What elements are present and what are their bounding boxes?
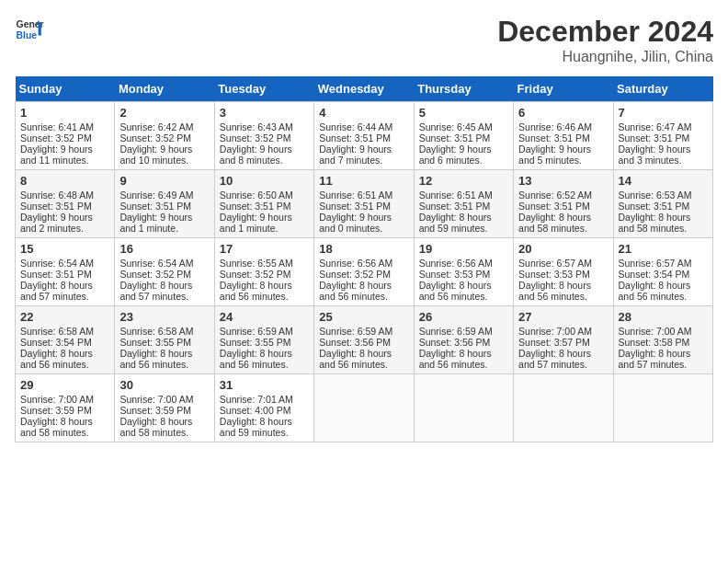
day-info-line: and 1 minute. (220, 223, 309, 234)
day-info-line: Daylight: 9 hours (220, 212, 309, 223)
day-info-line: Sunset: 3:51 PM (20, 269, 109, 280)
day-info-line: Daylight: 9 hours (319, 144, 408, 155)
day-number: 19 (419, 242, 508, 256)
calendar-cell: 1Sunrise: 6:41 AMSunset: 3:52 PMDaylight… (16, 102, 115, 170)
calendar-cell: 27Sunrise: 7:00 AMSunset: 3:57 PMDayligh… (514, 306, 613, 374)
weekday-header-saturday: Saturday (613, 76, 712, 102)
day-info-line: and 11 minutes. (20, 155, 109, 166)
day-info-line: and 56 minutes. (319, 291, 408, 302)
calendar-cell: 18Sunrise: 6:56 AMSunset: 3:52 PMDayligh… (314, 238, 414, 306)
day-info-line: Sunset: 3:51 PM (220, 201, 309, 212)
day-info-line: Sunrise: 6:59 AM (319, 326, 408, 337)
day-info-line: and 10 minutes. (119, 155, 209, 166)
day-info-line: Daylight: 8 hours (619, 348, 708, 359)
day-info-line: and 56 minutes. (20, 359, 109, 370)
day-number: 15 (20, 242, 109, 256)
day-info-line: and 56 minutes. (220, 359, 309, 370)
weekday-header-sunday: Sunday (16, 76, 115, 102)
calendar-cell (514, 374, 613, 442)
day-info-line: Daylight: 9 hours (419, 144, 508, 155)
day-info-line: Daylight: 9 hours (319, 212, 408, 223)
weekday-header-wednesday: Wednesday (314, 76, 414, 102)
day-info-line: Sunset: 3:53 PM (518, 269, 608, 280)
day-info-line: and 6 minutes. (419, 155, 508, 166)
day-info-line: Sunrise: 6:55 AM (220, 258, 309, 269)
calendar-cell (314, 374, 414, 442)
day-number: 20 (518, 242, 608, 256)
day-info-line: Sunset: 3:51 PM (518, 201, 608, 212)
day-number: 4 (319, 106, 408, 120)
calendar-cell (613, 374, 712, 442)
day-info-line: Sunset: 4:00 PM (220, 405, 309, 416)
day-info-line: Sunrise: 6:45 AM (419, 121, 508, 132)
day-info-line: Sunrise: 7:00 AM (119, 394, 209, 405)
day-info-line: Sunrise: 6:46 AM (518, 121, 608, 132)
day-info-line: Sunrise: 7:00 AM (619, 326, 708, 337)
calendar-cell: 23Sunrise: 6:58 AMSunset: 3:55 PMDayligh… (115, 306, 214, 374)
day-info-line: Daylight: 8 hours (20, 348, 109, 359)
day-info-line: Sunset: 3:51 PM (619, 201, 708, 212)
calendar-cell: 20Sunrise: 6:57 AMSunset: 3:53 PMDayligh… (514, 238, 613, 306)
day-number: 29 (20, 378, 109, 392)
day-info-line: Sunset: 3:56 PM (319, 337, 408, 348)
calendar-cell: 30Sunrise: 7:00 AMSunset: 3:59 PMDayligh… (115, 374, 214, 442)
day-number: 14 (619, 174, 708, 188)
day-number: 27 (518, 310, 608, 324)
day-info-line: Daylight: 8 hours (518, 348, 608, 359)
calendar-cell: 24Sunrise: 6:59 AMSunset: 3:55 PMDayligh… (214, 306, 313, 374)
day-info-line: and 58 minutes. (119, 427, 209, 438)
day-info-line: Sunrise: 7:01 AM (220, 394, 309, 405)
calendar-cell: 10Sunrise: 6:50 AMSunset: 3:51 PMDayligh… (214, 170, 313, 238)
day-info-line: Sunset: 3:51 PM (419, 132, 508, 144)
day-info-line: Sunrise: 6:41 AM (20, 121, 109, 132)
day-info-line: Daylight: 8 hours (220, 280, 309, 291)
day-info-line: Sunrise: 6:48 AM (20, 190, 109, 201)
day-info-line: Daylight: 8 hours (619, 212, 708, 223)
day-info-line: and 56 minutes. (619, 291, 708, 302)
day-info-line: and 56 minutes. (319, 359, 408, 370)
day-info-line: Sunrise: 6:51 AM (319, 190, 408, 201)
day-info-line: Sunrise: 6:42 AM (119, 121, 209, 132)
day-number: 1 (20, 106, 109, 120)
weekday-header-thursday: Thursday (414, 76, 513, 102)
day-info-line: and 58 minutes. (518, 223, 608, 234)
day-info-line: Sunset: 3:51 PM (119, 201, 209, 212)
day-info-line: Sunrise: 6:59 AM (220, 326, 309, 337)
day-info-line: Sunset: 3:53 PM (419, 269, 508, 280)
day-info-line: Sunset: 3:51 PM (419, 201, 508, 212)
day-number: 5 (419, 106, 508, 120)
month-title: December 2024 (497, 15, 713, 49)
day-info-line: Sunrise: 6:54 AM (20, 258, 109, 269)
day-number: 28 (619, 310, 708, 324)
day-info-line: Daylight: 9 hours (619, 144, 708, 155)
day-info-line: and 1 minute. (119, 223, 209, 234)
day-info-line: Daylight: 9 hours (20, 212, 109, 223)
day-info-line: Sunset: 3:51 PM (319, 132, 408, 144)
day-info-line: Daylight: 8 hours (419, 348, 508, 359)
day-number: 24 (220, 310, 309, 324)
day-info-line: Daylight: 9 hours (518, 144, 608, 155)
day-number: 25 (319, 310, 408, 324)
day-number: 17 (220, 242, 309, 256)
calendar-cell: 14Sunrise: 6:53 AMSunset: 3:51 PMDayligh… (613, 170, 712, 238)
day-number: 13 (518, 174, 608, 188)
day-info-line: Daylight: 8 hours (119, 280, 209, 291)
day-info-line: Sunset: 3:59 PM (119, 405, 209, 416)
week-row-3: 15Sunrise: 6:54 AMSunset: 3:51 PMDayligh… (16, 238, 713, 306)
calendar-cell: 16Sunrise: 6:54 AMSunset: 3:52 PMDayligh… (115, 238, 214, 306)
day-info-line: Sunrise: 6:57 AM (619, 258, 708, 269)
calendar-cell: 9Sunrise: 6:49 AMSunset: 3:51 PMDaylight… (115, 170, 214, 238)
day-info-line: Sunset: 3:52 PM (220, 269, 309, 280)
day-info-line: and 2 minutes. (20, 223, 109, 234)
day-number: 6 (518, 106, 608, 120)
day-info-line: Sunrise: 6:56 AM (319, 258, 408, 269)
location: Huangnihe, Jilin, China (497, 49, 713, 65)
weekday-header-monday: Monday (115, 76, 214, 102)
day-info-line: Sunrise: 7:00 AM (518, 326, 608, 337)
day-info-line: and 5 minutes. (518, 155, 608, 166)
day-info-line: and 59 minutes. (220, 427, 309, 438)
day-info-line: Daylight: 9 hours (220, 144, 309, 155)
day-info-line: Daylight: 8 hours (20, 416, 109, 427)
day-info-line: Daylight: 8 hours (20, 280, 109, 291)
calendar-cell (414, 374, 513, 442)
